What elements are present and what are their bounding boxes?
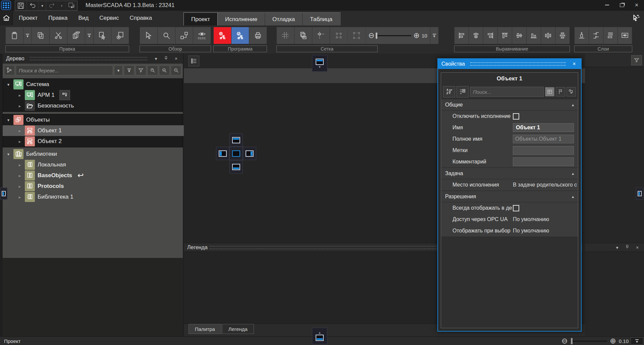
- print-button[interactable]: [249, 27, 267, 44]
- menu-project[interactable]: Проект: [13, 11, 43, 25]
- grid-scale-slider[interactable]: [376, 35, 411, 36]
- dock-target-bottom[interactable]: ▲: [312, 328, 327, 344]
- search-next-button[interactable]: [159, 65, 170, 75]
- opcua-access-value[interactable]: По умолчанию: [513, 216, 577, 222]
- view-table-button[interactable]: [545, 87, 554, 96]
- zoom-tool-button[interactable]: [158, 27, 175, 44]
- collapse-icon[interactable]: ▴: [572, 102, 574, 107]
- tab-table[interactable]: Таблица: [303, 13, 340, 26]
- snap-origin-button[interactable]: [312, 27, 330, 44]
- snap-nodes-button[interactable]: [330, 27, 348, 44]
- dock-target-compass-center[interactable]: [229, 147, 243, 160]
- autohide-tab-right[interactable]: [636, 188, 643, 200]
- always-show-checkbox[interactable]: [513, 205, 519, 211]
- expander-open-icon[interactable]: ▾: [6, 82, 11, 87]
- transfer-node-button[interactable]: [59, 90, 70, 100]
- copy-button[interactable]: [32, 27, 50, 44]
- cut-button[interactable]: [50, 27, 67, 44]
- paste-options-dropdown[interactable]: ▾: [23, 27, 32, 44]
- minimize-button[interactable]: [600, 0, 614, 10]
- tree-item-objects[interactable]: ▾ Объекты: [3, 115, 186, 125]
- tab-project[interactable]: Проект: [183, 12, 218, 26]
- save-button[interactable]: [15, 1, 27, 10]
- zoom-out-icon[interactable]: ⊖: [368, 32, 374, 39]
- menu-view[interactable]: Вид: [73, 11, 94, 25]
- dock-target-compass-left[interactable]: [216, 147, 229, 160]
- tree-sort-button[interactable]: [4, 65, 15, 75]
- expander-open-icon[interactable]: ▾: [6, 152, 11, 157]
- expander-closed-icon[interactable]: ▸: [17, 128, 22, 133]
- properties-search-input[interactable]: [470, 87, 544, 97]
- name-field[interactable]: [513, 123, 574, 132]
- insert-object-button[interactable]: [94, 27, 111, 44]
- category-task[interactable]: Задача▴: [441, 167, 578, 179]
- panel-close-icon[interactable]: ×: [634, 245, 641, 250]
- tree-item-library1[interactable]: ▸ Библиотека 1: [3, 192, 198, 202]
- maximize-button[interactable]: [614, 0, 629, 10]
- drag-handle[interactable]: [30, 57, 147, 60]
- paste-button[interactable]: [6, 27, 23, 44]
- dock-target-compass-right[interactable]: [243, 147, 256, 160]
- distribute-horizontal-button[interactable]: [541, 27, 555, 44]
- structure-navigator-button[interactable]: [189, 56, 199, 66]
- distribute-vertical-button[interactable]: [555, 27, 570, 44]
- drag-handle[interactable]: [470, 62, 566, 66]
- redo-history-dropdown[interactable]: ▾: [58, 1, 66, 10]
- align-top-button[interactable]: [498, 27, 512, 44]
- zoom-slider-thumb[interactable]: [571, 338, 573, 344]
- dock-target-compass-bottom[interactable]: [229, 160, 243, 174]
- tree-item-baseobjects[interactable]: ▸ BaseObjects ↩: [3, 170, 198, 181]
- zoom-in-icon[interactable]: ⊕: [610, 337, 616, 345]
- align-right-button[interactable]: [483, 27, 498, 44]
- view-scheme-button[interactable]: [567, 87, 576, 96]
- view-flag-button[interactable]: [556, 87, 565, 96]
- disable-execution-checkbox[interactable]: [513, 113, 519, 120]
- align-left-button[interactable]: [454, 27, 469, 44]
- code-view-button[interactable]: 0101: [193, 27, 211, 44]
- zoom-slider[interactable]: [570, 341, 607, 342]
- layer-list-button[interactable]: [603, 27, 618, 44]
- align-middle-button[interactable]: [512, 27, 527, 44]
- category-permissions[interactable]: Разрешения▴: [441, 191, 578, 202]
- panel-menu-dropdown[interactable]: ▾: [153, 56, 159, 61]
- show-on-select-value[interactable]: По умолчанию: [513, 228, 577, 234]
- tree-filter-button[interactable]: [136, 65, 146, 75]
- name-input[interactable]: [515, 124, 572, 131]
- pin-icon[interactable]: [163, 56, 169, 62]
- expander-closed-icon[interactable]: ▸: [17, 173, 22, 178]
- status-layers-button[interactable]: ▾: [631, 337, 643, 345]
- close-icon[interactable]: ×: [571, 61, 578, 67]
- tree-expand-all-button[interactable]: ▾: [124, 65, 135, 75]
- close-button[interactable]: ×: [629, 0, 644, 10]
- execution-place-value[interactable]: В задаче родительского объ: [513, 182, 577, 188]
- dock-target-top[interactable]: ▼: [312, 55, 327, 72]
- redo-button[interactable]: [46, 1, 58, 10]
- properties-title-bar[interactable]: Свойства ×: [438, 59, 581, 69]
- dock-target-compass-top[interactable]: [229, 133, 243, 147]
- tree-search-input[interactable]: [16, 65, 113, 75]
- program-validate-button[interactable]: [231, 27, 249, 44]
- align-bottom-button[interactable]: [527, 27, 541, 44]
- layer-swap-button[interactable]: [589, 27, 603, 44]
- zoom-out-icon[interactable]: ⊖: [561, 337, 568, 345]
- search-previous-button[interactable]: [147, 65, 158, 75]
- expander-open-icon[interactable]: ▾: [6, 118, 11, 123]
- comment-field[interactable]: [513, 157, 574, 166]
- tree-item-system[interactable]: ▾ Система: [3, 79, 186, 90]
- panel-close-icon[interactable]: ×: [173, 56, 179, 61]
- tree-item-arm1[interactable]: ▸ АРМ 1: [3, 90, 198, 100]
- right-panel-filter-button[interactable]: [631, 55, 642, 65]
- expander-closed-icon[interactable]: ▸: [17, 104, 22, 109]
- menu-edit[interactable]: Правка: [43, 11, 73, 25]
- expander-closed-icon[interactable]: ▸: [17, 184, 22, 189]
- collapse-icon[interactable]: ▴: [572, 194, 574, 199]
- page-layout-button[interactable]: [294, 27, 312, 44]
- clone-button[interactable]: [67, 27, 85, 44]
- tree-item-libraries[interactable]: ▾ Библиотеки: [3, 149, 186, 159]
- slider-thumb[interactable]: [376, 32, 377, 39]
- panel-menu-dropdown[interactable]: ▾: [614, 245, 621, 250]
- zoom-in-icon[interactable]: ⊕: [413, 32, 419, 39]
- program-errors-button[interactable]: [214, 27, 231, 44]
- tree-item-object1[interactable]: ▸ Объект 1: [3, 125, 198, 136]
- align-center-button[interactable]: [469, 27, 483, 44]
